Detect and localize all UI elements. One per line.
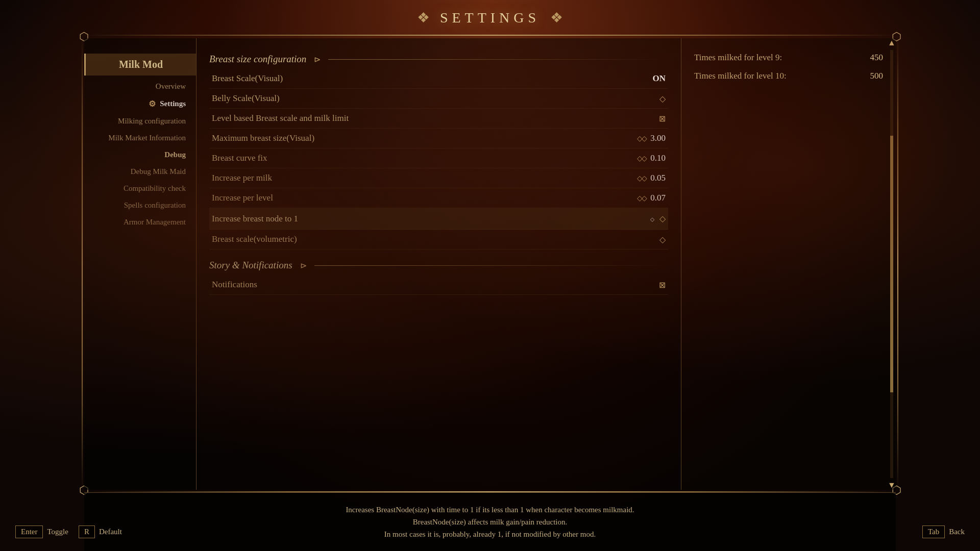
background-scene xyxy=(0,0,980,551)
